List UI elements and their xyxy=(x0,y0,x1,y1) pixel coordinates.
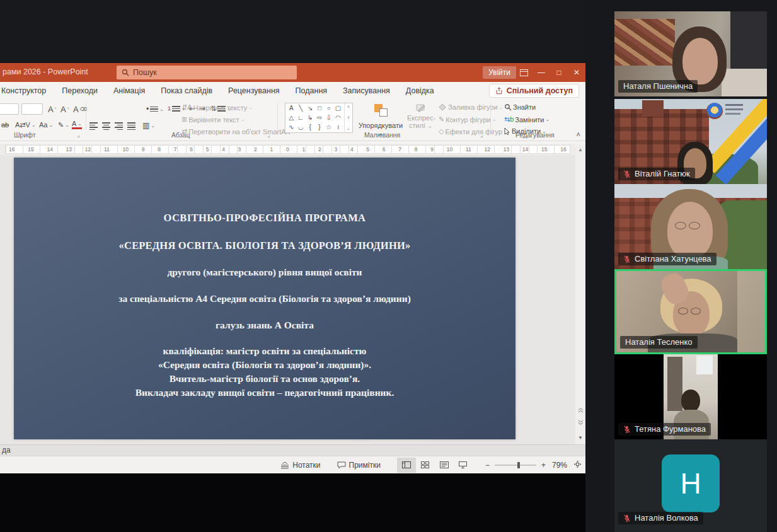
shape-effects-button[interactable]: ◇ Ефекти для фігур⌄ xyxy=(439,127,508,136)
zoom-slider-handle[interactable] xyxy=(517,462,520,468)
drawing-dialog-launcher[interactable]: ⌟ xyxy=(480,132,483,138)
participant-tile-active-speaker[interactable]: Наталія Тесленко xyxy=(614,269,767,354)
group-divider xyxy=(277,103,278,130)
slide-line: Викладач закладу вищої освіти – педагогі… xyxy=(14,387,515,398)
columns-button[interactable]: ▥⌄ xyxy=(142,121,155,130)
shape-button[interactable]: ≀ xyxy=(337,124,340,130)
comments-toggle[interactable]: Примітки xyxy=(337,461,381,470)
shape-fill-button[interactable]: Заливка фігури⌄ xyxy=(439,103,503,111)
shape-button[interactable]: ○ xyxy=(327,105,331,112)
next-slide-button[interactable] xyxy=(576,417,585,427)
slide[interactable]: ОСВІТНЬО-ПРОФЕСІЙНА ПРОГРАМА «СЕРЕДНЯ ОС… xyxy=(14,158,515,439)
shape-button[interactable]: ▢ xyxy=(335,105,341,112)
font-color-button[interactable]: A⌄ xyxy=(72,120,82,129)
shape-button[interactable]: ∟ xyxy=(297,115,304,121)
shape-button[interactable]: { xyxy=(309,124,311,130)
ribbon-tab[interactable]: Показ слайдів xyxy=(161,86,212,95)
bullets-button[interactable]: •⌄ xyxy=(146,105,164,113)
font-name-combobox[interactable] xyxy=(0,103,19,115)
vertical-scrollbar[interactable]: ▼ xyxy=(575,155,585,444)
scrollbar-up-button[interactable]: ▲ xyxy=(575,144,585,155)
text-highlight-button[interactable]: ✎⌄ xyxy=(58,121,69,129)
shapes-gallery-scroll[interactable]: ˄˅⌄ xyxy=(344,103,352,132)
shape-button[interactable]: ╲ xyxy=(299,105,302,112)
search-placeholder: Пошук xyxy=(133,68,157,77)
shape-button[interactable]: A xyxy=(289,105,294,112)
shape-fill-icon xyxy=(439,103,447,111)
replace-button[interactable]: ⇆b Замінити⌄ xyxy=(504,115,550,124)
align-center-button[interactable] xyxy=(102,121,110,131)
ribbon-display-options-button[interactable] xyxy=(515,63,532,82)
notes-toggle[interactable]: Нотатки xyxy=(280,461,320,470)
share-document-button[interactable]: Спільний доступ xyxy=(489,84,579,98)
ribbon-tab[interactable]: Анімація xyxy=(113,86,145,95)
fit-slide-button[interactable] xyxy=(573,460,582,470)
shape-button[interactable]: △ xyxy=(289,115,294,121)
align-text-button[interactable]: ≣ Вирівняти текст⌄ xyxy=(181,115,245,124)
shape-button[interactable]: □ xyxy=(318,105,321,112)
participant-tile[interactable]: Віталій Гнатюк xyxy=(614,99,767,184)
align-right-button[interactable] xyxy=(115,121,123,131)
shape-button[interactable]: } xyxy=(318,124,320,130)
ribbon-tab[interactable]: Подання xyxy=(296,86,327,95)
shape-button[interactable]: ↘ xyxy=(308,105,313,112)
zoom-in-button[interactable]: + xyxy=(541,461,546,470)
ruler-number: 10 xyxy=(122,146,129,153)
font-group-label: Шрифт xyxy=(14,131,36,139)
ribbon-tab[interactable]: Конструктор xyxy=(1,86,46,95)
ribbon-tab[interactable]: Записування xyxy=(343,86,390,95)
zoom-out-button[interactable]: − xyxy=(485,461,490,470)
participant-tile[interactable]: Світлана Хатунцева xyxy=(614,184,767,269)
paragraph-dialog-launcher[interactable]: ⌟ xyxy=(267,132,270,138)
align-left-button[interactable] xyxy=(89,121,98,131)
character-spacing-button[interactable]: A⇄V⌄ xyxy=(15,121,36,129)
quick-styles-button[interactable]: Експрес- стилі ⌄ xyxy=(407,103,435,136)
text-direction-button[interactable]: ⇵A Напрямок тексту⌄ xyxy=(181,103,253,112)
participant-tile[interactable]: Наталя Пшенична xyxy=(614,11,767,96)
zoom-level[interactable]: 79% xyxy=(552,461,567,470)
zoom-slider[interactable] xyxy=(495,465,536,466)
change-case-button[interactable]: Aa⌄ xyxy=(39,121,53,129)
font-dialog-launcher[interactable]: ⌟ xyxy=(77,132,79,138)
ruler-number: 4 xyxy=(350,146,354,153)
sign-in-button[interactable]: Увійти xyxy=(483,66,516,79)
shrink-font-button[interactable]: Aˇ xyxy=(60,105,69,114)
font-size-combobox[interactable] xyxy=(21,103,43,115)
slide-line: «Середня освіта (Біологія та здоров’я лю… xyxy=(14,359,515,371)
participant-tile[interactable]: Н Наталія Волкова xyxy=(614,439,767,532)
participant-tile[interactable]: Тетяна Фурманова xyxy=(614,354,767,439)
normal-view-button[interactable] xyxy=(397,458,416,473)
previous-slide-button[interactable] xyxy=(576,405,585,415)
ribbon-tab[interactable]: Довідка xyxy=(406,86,434,95)
slide-line: «СЕРЕДНЯ ОСВІТА. БІОЛОГІЯ ТА ЗДОРОВ’Я ЛЮ… xyxy=(14,240,515,252)
document-title: рами 2026 - PowerPoint xyxy=(3,67,88,76)
convert-to-smartart-button[interactable]: ⇄ Перетворити на об'єкт SmartArt⌄ xyxy=(181,127,296,136)
collapse-ribbon-button[interactable]: ˄ xyxy=(577,130,580,138)
minimize-button[interactable]: — xyxy=(532,63,550,82)
shape-button[interactable]: ☆ xyxy=(326,124,331,130)
find-button[interactable]: Знайти xyxy=(504,103,536,111)
ribbon-tab[interactable]: Рецензування xyxy=(228,86,279,95)
scrollbar-down-button[interactable]: ▼ xyxy=(576,432,585,442)
slide-canvas: ОСВІТНЬО-ПРОФЕСІЙНА ПРОГРАМА «СЕРЕДНЯ ОС… xyxy=(0,155,575,444)
reading-view-button[interactable] xyxy=(435,458,454,473)
shape-button[interactable]: ∿ xyxy=(289,124,294,130)
slide-sorter-view-button[interactable] xyxy=(416,458,435,473)
restore-button[interactable]: □ xyxy=(550,63,568,82)
shape-button[interactable]: ◠ xyxy=(335,115,341,121)
close-button[interactable]: ✕ xyxy=(568,63,585,82)
search-input[interactable]: Пошук xyxy=(117,66,297,79)
shape-button[interactable]: ⇩ xyxy=(326,115,331,121)
shape-button[interactable]: ◡ xyxy=(298,124,304,130)
shape-button[interactable]: ⇨ xyxy=(317,115,322,121)
shape-outline-button[interactable]: ✎ Контур фігури⌄ xyxy=(439,115,496,124)
slideshow-view-button[interactable] xyxy=(454,458,473,473)
clear-formatting-button[interactable]: A⌫ xyxy=(73,105,87,114)
grow-font-button[interactable]: Aˆ xyxy=(48,105,56,114)
shape-effects-icon: ◇ xyxy=(439,127,444,136)
strikethrough-button[interactable]: ab xyxy=(1,121,9,129)
justify-button[interactable] xyxy=(127,121,135,131)
group-divider xyxy=(86,103,86,130)
ribbon-tab[interactable]: Переходи xyxy=(62,86,98,95)
shape-button[interactable]: ↳ xyxy=(308,115,313,121)
